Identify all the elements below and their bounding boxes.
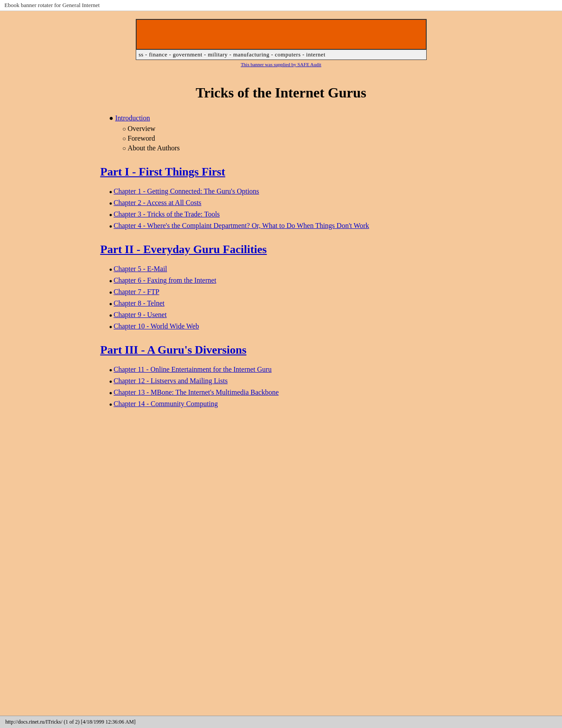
intro-sub-list: Overview Foreword About the Authors	[123, 125, 462, 152]
intro-sub-foreword: Foreword	[123, 134, 462, 142]
chapter8-link[interactable]: Chapter 8 - Telnet	[114, 299, 164, 307]
list-item: Chapter 13 - MBone: The Internet's Multi…	[109, 388, 462, 396]
top-bar-label: Ebook banner rotater for General Interne…	[4, 2, 100, 8]
list-item: Chapter 11 - Online Entertainment for th…	[109, 366, 462, 373]
intro-section: ● Introduction Overview Foreword About t…	[109, 114, 462, 152]
list-item: Chapter 5 - E-Mail	[109, 265, 462, 273]
banner-image	[136, 19, 427, 50]
chapter5-link[interactable]: Chapter 5 - E-Mail	[114, 265, 167, 273]
part1-link[interactable]: Part I - First Things First	[100, 165, 225, 178]
part2-chapter-list: Chapter 5 - E-Mail Chapter 6 - Faxing fr…	[109, 265, 462, 330]
page-title: Tricks of the Internet Gurus	[100, 85, 462, 101]
chapter13-link[interactable]: Chapter 13 - MBone: The Internet's Multi…	[114, 388, 279, 396]
chapter3-link[interactable]: Chapter 3 - Tricks of the Trade: Tools	[114, 210, 220, 218]
chapter1-link[interactable]: Chapter 1 - Getting Connected: The Guru'…	[114, 187, 259, 195]
list-item: Chapter 10 - World Wide Web	[109, 322, 462, 330]
chapter9-link[interactable]: Chapter 9 - Usenet	[114, 311, 167, 318]
chapter6-link[interactable]: Chapter 6 - Faxing from the Internet	[114, 276, 216, 284]
top-bar: Ebook banner rotater for General Interne…	[0, 0, 562, 11]
banner-area: ss - finance - government - military - m…	[127, 19, 435, 67]
list-item: Chapter 12 - Listservs and Mailing Lists	[109, 377, 462, 385]
part1-heading[interactable]: Part I - First Things First	[100, 165, 462, 179]
main-content: Tricks of the Internet Gurus ● Introduct…	[83, 67, 480, 456]
intro-link[interactable]: Introduction	[115, 114, 150, 122]
part3-chapter-list: Chapter 11 - Online Entertainment for th…	[109, 366, 462, 408]
list-item: Chapter 8 - Telnet	[109, 299, 462, 307]
intro-sub-overview: Overview	[123, 125, 462, 133]
part2-heading[interactable]: Part II - Everyday Guru Facilities	[100, 243, 462, 256]
list-item: Chapter 7 - FTP	[109, 288, 462, 296]
chapter4-link[interactable]: Chapter 4 - Where's the Complaint Depart…	[114, 222, 369, 229]
list-item: Chapter 2 - Access at All Costs	[109, 199, 462, 207]
chapter12-link[interactable]: Chapter 12 - Listservs and Mailing Lists	[114, 377, 228, 385]
banner-tagline: ss - finance - government - military - m…	[136, 50, 427, 60]
intro-sub-authors: About the Authors	[123, 144, 462, 152]
list-item: Chapter 4 - Where's the Complaint Depart…	[109, 222, 462, 230]
chapter14-link[interactable]: Chapter 14 - Community Computing	[114, 400, 218, 407]
part3-link[interactable]: Part III - A Guru's Diversions	[100, 343, 247, 356]
chapter2-link[interactable]: Chapter 2 - Access at All Costs	[114, 199, 201, 206]
bullet-icon: ●	[109, 114, 115, 122]
list-item: Chapter 14 - Community Computing	[109, 400, 462, 408]
banner-credit-link[interactable]: This banner was supplied by SAFE Audit	[241, 62, 321, 67]
list-item: Chapter 3 - Tricks of the Trade: Tools	[109, 210, 462, 218]
chapter7-link[interactable]: Chapter 7 - FTP	[114, 288, 160, 295]
footer: http://docs.rinet.ru/ITricks/ (1 of 2) […	[0, 716, 562, 728]
part2-link[interactable]: Part II - Everyday Guru Facilities	[100, 243, 267, 256]
list-item: Chapter 1 - Getting Connected: The Guru'…	[109, 187, 462, 195]
intro-item: ● Introduction Overview Foreword About t…	[109, 114, 462, 152]
chapter10-link[interactable]: Chapter 10 - World Wide Web	[114, 322, 199, 330]
part1-chapter-list: Chapter 1 - Getting Connected: The Guru'…	[109, 187, 462, 230]
chapter11-link[interactable]: Chapter 11 - Online Entertainment for th…	[114, 366, 272, 373]
list-item: Chapter 6 - Faxing from the Internet	[109, 276, 462, 284]
footer-text: http://docs.rinet.ru/ITricks/ (1 of 2) […	[5, 719, 136, 725]
part3-heading[interactable]: Part III - A Guru's Diversions	[100, 343, 462, 357]
list-item: Chapter 9 - Usenet	[109, 311, 462, 319]
